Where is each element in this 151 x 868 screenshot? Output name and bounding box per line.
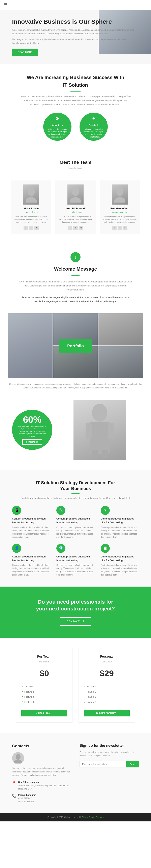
portfolio-caption: Ut enim ad minim veniam, quis nostrud ex…	[8, 382, 143, 390]
it-title-3: Content produced duplicated blur for fas…	[12, 555, 50, 562]
contacts-col: Contacts You can contact here for all in…	[12, 743, 72, 803]
cta-title: Do you need professionals for your next …	[33, 599, 118, 612]
team-social-ann: f t in	[58, 226, 93, 230]
pricing-card-paid: Personal Per Month $29 ✓19 Users ✓Featur…	[78, 648, 135, 723]
hero-section: Innovative Business is Our Sphere Amet l…	[0, 10, 151, 64]
it-item-5: 📋 Content produced duplicated blur for f…	[101, 544, 139, 577]
facebook-icon-mary[interactable]: f	[24, 226, 28, 230]
newsletter-form: Send	[79, 761, 139, 768]
create-it-card[interactable]: ✦ Create It Volutpat. Click to select th…	[79, 113, 108, 141]
instagram-icon-ann[interactable]: in	[79, 226, 83, 230]
business-title: We Are Increasing Business Success With …	[25, 74, 126, 89]
create-it-label: Create It	[89, 123, 98, 127]
about-us-desc: Volutpat. Click to select this text box.…	[47, 128, 68, 138]
business-cards: ⚙ About Us Volutpat. Click to select thi…	[12, 113, 139, 141]
it-text-4: Content produced duplicated blur for fas…	[56, 564, 95, 577]
newsletter-col: Sign up for the newsletter Enter your em…	[79, 743, 139, 803]
newsletter-title: Sign up for the newsletter	[79, 743, 139, 749]
contact-text: You can contact here for all information…	[12, 767, 72, 777]
contacts-section: Contacts You can contact here for all in…	[0, 733, 151, 813]
pricing-btn-paid[interactable]: Premium Annually →	[84, 710, 130, 716]
address-text: The Solution Design Studio Company, 1764…	[18, 784, 72, 790]
svg-point-1	[26, 197, 37, 203]
twitter-icon-bob[interactable]: t	[118, 226, 122, 230]
it-text-5: Content produced duplicated blur for fas…	[101, 564, 139, 577]
address-title: Our Office Location	[18, 780, 72, 784]
pricing-feature-free-2: ✓Feature 2	[21, 689, 67, 694]
team-desc-mary: Duis aute irure dolor in reprehenderit i…	[14, 216, 48, 224]
itsolution-title: IT Solution Strategy Development For You…	[35, 480, 116, 491]
team-section: Meet The Team Image for bisque Mary Brow…	[0, 151, 151, 242]
team-social-mary: f t in	[14, 226, 48, 230]
team-row: Mary Brown creative leader Duis aute iru…	[8, 181, 143, 234]
instagram-icon-mary[interactable]: in	[34, 226, 39, 230]
welcome-icon: ↓	[71, 252, 80, 262]
itsolution-subtitle: Curabitur pretium tincidunt lacus. Nulla…	[12, 496, 139, 500]
it-item-0: 📱 Content produced duplicated blur for f…	[12, 506, 50, 538]
stats-desc: Duis aute irure dolor in reprehenderit i…	[16, 425, 48, 437]
it-text-0: Content produced duplicated blur for fas…	[12, 526, 50, 539]
pricing-feature-free-4: ✓Feature 4	[21, 700, 67, 705]
stats-circle: 60% Duis aute irure dolor in reprehender…	[12, 410, 52, 450]
instagram-icon-bob[interactable]: in	[123, 226, 127, 230]
newsletter-submit-button[interactable]: Send	[126, 761, 139, 768]
team-role-mary: creative leader	[14, 211, 48, 214]
navbar: ☰	[0, 0, 151, 10]
cta-section: Do you need professionals for your next …	[0, 587, 151, 638]
it-title-1: Content produced duplicated blur for fas…	[56, 517, 95, 525]
stats-section: 60% Duis aute irure dolor in reprehender…	[0, 390, 151, 470]
it-item-1: 🔧 Content produced duplicated blur for f…	[56, 506, 95, 538]
pricing-features-free: ✓19 Users ✓Feature 2 ✓Feature 3 ✓Feature…	[21, 684, 67, 705]
portfolio-image-1	[8, 313, 53, 378]
business-section: We Are Increasing Business Success With …	[0, 64, 151, 151]
portfolio-overlay[interactable]: Portfolio	[59, 339, 92, 353]
stats-read-more-button[interactable]: READ MORE	[22, 439, 42, 445]
team-social-bob: f t in	[103, 226, 137, 230]
team-name-ann: Ann Richmond	[58, 207, 93, 211]
pricing-plan-paid: Personal	[84, 654, 130, 659]
itsolution-section: IT Solution Strategy Development For You…	[0, 470, 151, 587]
stats-person-photo	[60, 400, 139, 460]
footer-link[interactable]: This is Smarter Themes	[82, 816, 103, 818]
pricing-price-paid: $29	[84, 666, 130, 680]
twitter-icon-mary[interactable]: t	[29, 226, 33, 230]
twitter-icon-ann[interactable]: t	[73, 226, 78, 230]
create-it-desc: Volutpat. Click to select this text box.…	[83, 128, 104, 138]
svg-rect-8	[85, 423, 92, 439]
pricing-feature-paid-3: ✓Feature 3	[84, 694, 130, 700]
it-text-3: Content produced duplicated blur for fas…	[12, 564, 50, 577]
facebook-icon-ann[interactable]: f	[68, 226, 72, 230]
it-icon-5: 📋	[101, 544, 110, 553]
about-us-card[interactable]: ⚙ About Us Volutpat. Click to select thi…	[43, 113, 72, 141]
portfolio-image-5	[98, 346, 143, 378]
welcome-title: Welcome Message	[12, 265, 139, 273]
hamburger-icon[interactable]: ☰	[4, 2, 7, 8]
it-title-0: Content produced duplicated blur for fas…	[12, 517, 50, 525]
facebook-icon-bob[interactable]: f	[112, 226, 117, 230]
it-item-3: 👤 Content produced duplicated blur for f…	[12, 544, 50, 577]
pricing-section: For Team Per Month $0 ✓19 Users ✓Feature…	[0, 638, 151, 733]
pricing-feature-paid-2: ✓Feature 2	[84, 689, 130, 694]
svg-rect-11	[102, 450, 108, 458]
it-text-2: Content produced duplicated blur for fas…	[101, 526, 139, 539]
hero-title: Innovative Business is Our Sphere	[12, 18, 135, 25]
itsolution-grid: 📱 Content produced duplicated blur for f…	[12, 506, 139, 577]
welcome-bold-text: Amet luctus venenatis lectus magna fring…	[19, 296, 132, 304]
team-desc-ann: Duis aute irure dolor in reprehenderit i…	[58, 216, 93, 224]
about-us-label: About Us	[52, 123, 62, 127]
svg-point-2	[72, 187, 79, 196]
welcome-text: Amet luctus venenatis lectus magna fring…	[19, 280, 132, 292]
footer-text: Copyright © 2019 All rights reserved |	[48, 816, 81, 818]
newsletter-input[interactable]	[79, 761, 126, 768]
team-name-bob: Bob Greenfield	[103, 207, 137, 211]
svg-point-3	[70, 197, 81, 203]
team-desc-bob: Duis aute irure dolor in reprehenderit i…	[103, 216, 137, 224]
pricing-feature-free-3: ✓Feature 3	[21, 694, 67, 700]
pricing-btn-free[interactable]: Upload Free →	[21, 710, 67, 716]
cta-contact-button[interactable]: CONTACT US	[60, 617, 91, 626]
pricing-row: For Team Per Month $0 ✓19 Users ✓Feature…	[12, 648, 139, 723]
it-title-4: Content produced duplicated blur for fas…	[56, 555, 95, 562]
team-title: Meet The Team	[8, 159, 143, 166]
hero-read-more-button[interactable]: READ MORE	[12, 49, 38, 56]
contact-phone: 📞 Phone (Landline) +95 2 5975887 +95 3 2…	[12, 793, 72, 803]
